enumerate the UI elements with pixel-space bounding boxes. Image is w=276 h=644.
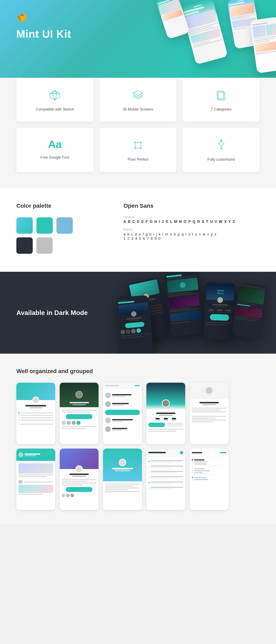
- feature-card-custom: Fully customized: [183, 128, 260, 172]
- semibold-label: Semibold: [123, 215, 260, 218]
- screen-thumb-10: [190, 448, 229, 510]
- regular-label: Regular: [123, 228, 260, 231]
- info-section: Color palette Open Sans Semibold A B C D…: [0, 188, 276, 272]
- sketch-label: Compatible with Sketch: [35, 107, 74, 112]
- font-name: Open Sans: [123, 202, 260, 209]
- feature-card-font: Aa Free Google Font: [16, 128, 93, 172]
- svg-marker-14: [133, 91, 143, 96]
- pixel-label: Pixel Perfect: [128, 157, 148, 162]
- feature-card-screens: 35 Mobile Screens: [100, 78, 177, 122]
- swatch-teal-light: [16, 217, 33, 234]
- swatch-gray: [36, 238, 53, 254]
- screen-thumb-7: [60, 448, 99, 510]
- svg-marker-8: [52, 90, 57, 94]
- color-swatch-row2: [16, 238, 107, 254]
- screen-thumb-9: [146, 448, 185, 510]
- dark-mode-section: Available in Dark Mode: [0, 272, 276, 354]
- swatch-dark: [16, 238, 33, 254]
- screen-thumb-6: [16, 448, 55, 510]
- svg-rect-17: [135, 142, 141, 148]
- features-section: Compatible with Sketch 35 Mobile Screens: [0, 78, 276, 188]
- custom-label: Fully customized: [208, 157, 235, 162]
- feature-card-pixel: Pixel Perfect: [100, 128, 177, 172]
- regular-chars: a b c d e f g h i j k l m n o p q r s t …: [123, 232, 260, 236]
- feature-card-sketch: Compatible with Sketch: [16, 78, 93, 122]
- screen-thumb-1: [16, 383, 55, 444]
- diamond-icon: [48, 88, 62, 102]
- screens-label: 35 Mobile Screens: [123, 107, 153, 112]
- screen-thumb-5: [190, 383, 229, 444]
- font-label: Free Google Font: [40, 155, 69, 160]
- palette-title: Color palette: [16, 202, 107, 209]
- feature-cards-row2: Aa Free Google Font Pixel Perfect: [16, 128, 260, 172]
- hero-section: Mint UI Kit: [0, 0, 276, 86]
- dark-mode-text: Available in Dark Mode: [0, 309, 88, 316]
- screen-thumb-4: [146, 383, 185, 444]
- screen-thumb-3: [103, 383, 142, 444]
- crop-icon: [131, 138, 145, 152]
- type-icon: Aa: [48, 138, 61, 150]
- swatch-blue: [56, 217, 73, 234]
- semibold-chars: A B C D E F G H I J K L M N O P Q R S T …: [123, 220, 260, 224]
- feature-card-categories: 7 Categories: [183, 78, 260, 122]
- organized-section: Well organized and grouped: [0, 354, 276, 524]
- screens-row1: [16, 383, 260, 444]
- color-palette-area: Color palette: [16, 202, 107, 258]
- categories-label: 7 Categories: [211, 107, 232, 112]
- screens-row2: [16, 448, 260, 510]
- feature-cards-row1: Compatible with Sketch 35 Mobile Screens: [16, 78, 260, 122]
- copy-icon: [214, 88, 228, 102]
- organized-title: Well organized and grouped: [16, 368, 260, 374]
- svg-marker-7: [50, 90, 60, 100]
- svg-point-29: [221, 140, 222, 141]
- layers-icon: [131, 88, 145, 102]
- typography-area: Open Sans Semibold A B C D E F G H I J K…: [123, 202, 260, 258]
- pen-tool-icon: [214, 138, 228, 152]
- swatch-teal: [36, 217, 53, 234]
- screen-thumb-2: [60, 383, 99, 444]
- screen-thumb-8: [103, 448, 142, 510]
- dark-phones-group: AubreeMccoy: [112, 272, 276, 354]
- color-swatch-row1: [16, 217, 107, 234]
- hero-phone-group: [129, 0, 276, 86]
- numbers: 1 2 3 4 5 6 7 8 9 0: [123, 236, 260, 241]
